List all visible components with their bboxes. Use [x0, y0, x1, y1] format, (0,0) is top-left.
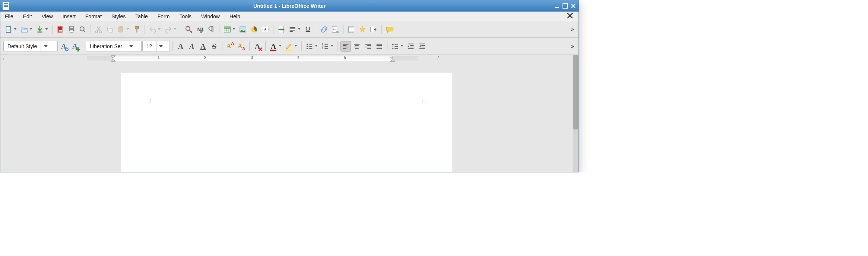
menu-form[interactable]: Form [156, 13, 171, 20]
chevron-down-icon[interactable] [174, 28, 177, 30]
separator [338, 41, 338, 51]
spellcheck-button[interactable]: AB [195, 24, 205, 35]
line-spacing-button[interactable] [390, 41, 400, 51]
insert-field-button[interactable] [287, 24, 298, 35]
cut-button[interactable] [94, 24, 104, 35]
close-document-button[interactable] [564, 12, 576, 21]
close-button[interactable] [570, 3, 576, 9]
chevron-down-icon[interactable] [279, 45, 282, 47]
numbered-list-button[interactable]: 123 [320, 41, 330, 51]
menu-help[interactable]: Help [228, 13, 242, 20]
insert-table-button[interactable] [222, 24, 232, 35]
chevron-down-icon[interactable] [14, 28, 17, 30]
align-right-button[interactable] [363, 41, 373, 51]
page[interactable] [121, 73, 452, 172]
redo-button[interactable] [163, 24, 174, 35]
chevron-down-icon[interactable] [232, 28, 235, 30]
svg-rect-40 [371, 27, 374, 32]
undo-button[interactable] [148, 24, 158, 35]
minimize-button[interactable] [554, 3, 560, 9]
chevron-down-icon[interactable] [400, 45, 403, 47]
underline-button[interactable]: A [198, 41, 208, 51]
bold-button[interactable]: A [175, 41, 186, 51]
insert-footnote-button[interactable]: 1. [330, 24, 340, 35]
paragraph-style-combo[interactable]: Default Style [3, 41, 58, 52]
toolbar-overflow-button[interactable]: » [568, 43, 576, 50]
insert-page-break-button[interactable] [276, 24, 286, 35]
svg-rect-1 [563, 4, 567, 8]
svg-point-43 [307, 47, 308, 49]
align-justify-button[interactable] [374, 41, 384, 51]
chevron-down-icon[interactable] [45, 28, 48, 30]
chevron-down-icon[interactable] [158, 28, 161, 30]
separator [301, 41, 302, 51]
clear-formatting-button[interactable]: A [252, 41, 263, 51]
menu-window[interactable]: Window [200, 13, 221, 20]
chevron-down-icon[interactable] [41, 41, 50, 51]
highlight-color-button[interactable] [284, 41, 294, 51]
insert-header-footer-button[interactable] [346, 24, 357, 35]
svg-point-14 [100, 31, 102, 33]
scrollbar-thumb[interactable] [573, 55, 578, 129]
insert-cross-reference-button[interactable] [368, 24, 379, 35]
export-pdf-button[interactable] [55, 24, 66, 35]
insert-bookmark-button[interactable] [357, 24, 368, 35]
font-name-combo[interactable]: Liberation Ser [86, 41, 142, 52]
find-replace-button[interactable] [184, 24, 194, 35]
bullet-list-button[interactable] [304, 41, 315, 51]
insert-comment-button[interactable] [384, 24, 395, 35]
menu-file[interactable]: File [3, 13, 15, 20]
superscript-button[interactable]: AA [225, 41, 235, 51]
align-center-button[interactable] [352, 41, 362, 51]
paragraph-style-value: Default Style [4, 43, 41, 49]
maximize-button[interactable] [562, 3, 568, 9]
update-style-button[interactable]: A [58, 41, 69, 51]
menu-table[interactable]: Table [134, 13, 149, 20]
italic-button[interactable]: A [187, 41, 197, 51]
new-style-button[interactable]: A [70, 41, 80, 51]
subscript-button[interactable]: AA [236, 41, 247, 51]
separator [172, 41, 173, 51]
insert-special-char-button[interactable]: Ω [303, 24, 313, 35]
open-button[interactable] [19, 24, 29, 35]
font-size-combo[interactable]: 12 [142, 41, 170, 52]
paste-button[interactable] [116, 24, 126, 35]
clone-formatting-button[interactable] [132, 24, 142, 35]
insert-hyperlink-button[interactable] [319, 24, 329, 35]
decrease-indent-button[interactable] [417, 41, 427, 51]
new-document-button[interactable] [3, 24, 14, 35]
chevron-down-icon[interactable] [126, 28, 129, 30]
menu-styles[interactable]: Styles [110, 13, 127, 20]
separator [381, 25, 382, 34]
insert-chart-button[interactable] [249, 24, 259, 35]
menu-edit[interactable]: Edit [22, 13, 34, 20]
chevron-down-icon[interactable] [156, 41, 166, 51]
menu-tools[interactable]: Tools [178, 13, 193, 20]
chevron-down-icon[interactable] [294, 45, 297, 47]
vertical-scrollbar[interactable] [573, 55, 579, 172]
print-preview-button[interactable] [77, 24, 88, 35]
insert-image-button[interactable] [238, 24, 248, 35]
titlebar[interactable]: Untitled 1 - LibreOffice Writer [0, 0, 579, 12]
insert-textbox-button[interactable]: A [260, 24, 270, 35]
document-area[interactable] [0, 62, 573, 172]
svg-rect-36 [336, 31, 339, 33]
font-color-button[interactable]: A [268, 41, 279, 51]
copy-button[interactable] [105, 24, 115, 35]
menu-insert[interactable]: Insert [61, 13, 77, 20]
increase-indent-button[interactable] [406, 41, 416, 51]
chevron-down-icon[interactable] [126, 41, 136, 51]
save-button[interactable] [35, 24, 45, 35]
menu-view[interactable]: View [40, 13, 54, 20]
toolbar-overflow-button[interactable]: » [568, 26, 576, 33]
chevron-down-icon[interactable] [315, 45, 318, 47]
chevron-down-icon[interactable] [29, 28, 32, 30]
strikethrough-button[interactable]: S [209, 41, 219, 51]
formatting-marks-button[interactable] [206, 24, 216, 35]
chevron-down-icon[interactable] [330, 45, 333, 47]
horizontal-ruler[interactable]: 1 2 3 4 5 6 7 [9, 55, 573, 62]
print-button[interactable] [66, 24, 77, 35]
chevron-down-icon[interactable] [298, 28, 301, 30]
menu-format[interactable]: Format [84, 13, 103, 20]
align-left-button[interactable] [340, 41, 351, 51]
